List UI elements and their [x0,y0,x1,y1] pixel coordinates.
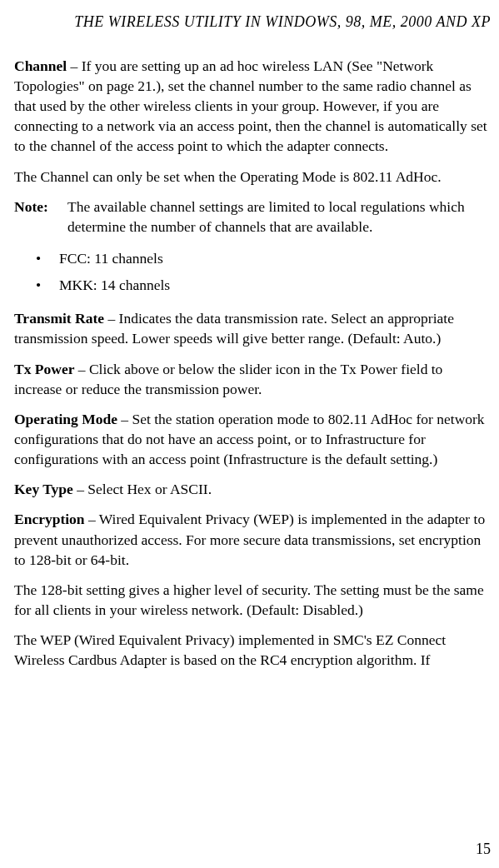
channel-regulation-list: FCC: 11 channels MKK: 14 channels [36,248,491,295]
encryption-paragraph: Encryption – Wired Equivalent Privacy (W… [14,509,491,569]
tx-power-paragraph: Tx Power – Click above or below the slid… [14,359,491,399]
channel-label: Channel [14,57,67,74]
channel-paragraph: Channel – If you are setting up an ad ho… [14,56,491,157]
tx-power-text: – Click above or below the slider icon i… [14,361,442,397]
encryption-p2: The 128-bit setting gives a higher level… [14,580,491,620]
key-type-paragraph: Key Type – Select Hex or ASCII. [14,479,491,499]
encryption-label: Encryption [14,511,85,527]
list-item: MKK: 14 channels [36,275,491,295]
encryption-p3: The WEP (Wired Equivalent Privacy) imple… [14,630,491,670]
channel-text: – If you are setting up an ad hoc wirele… [14,57,487,155]
transmit-rate-label: Transmit Rate [14,310,104,327]
page-number: 15 [476,839,491,860]
list-item: FCC: 11 channels [36,248,491,268]
note-block: Note: The available channel settings are… [14,197,491,237]
note-text: The available channel settings are limit… [67,197,491,237]
tx-power-label: Tx Power [14,361,74,377]
running-header: THE WIRELESS UTILITY IN WINDOWS, 98, ME,… [14,12,491,32]
transmit-rate-paragraph: Transmit Rate – Indicates the data trans… [14,308,491,348]
channel-note-paragraph: The Channel can only be set when the Ope… [14,167,491,187]
note-label: Note: [14,197,67,237]
operating-mode-label: Operating Mode [14,411,117,427]
operating-mode-paragraph: Operating Mode – Set the station operati… [14,409,491,469]
encryption-text: – Wired Equivalent Privacy (WEP) is impl… [14,511,485,567]
key-type-label: Key Type [14,481,73,497]
key-type-text: – Select Hex or ASCII. [73,481,212,497]
